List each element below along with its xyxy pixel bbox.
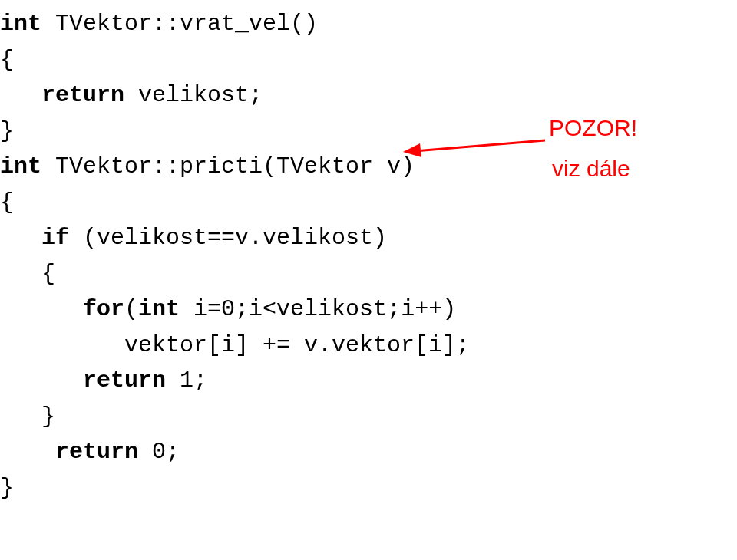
- code-text: [0, 367, 83, 394]
- code-text: [0, 296, 83, 322]
- code-text: 1;: [166, 367, 207, 394]
- code-block: int TVektor::vrat_vel() { return velikos…: [0, 6, 470, 506]
- code-line: {: [0, 47, 14, 73]
- code-text: 0;: [138, 439, 180, 465]
- keyword-int: int: [0, 11, 41, 37]
- code-text: [0, 225, 41, 251]
- annotation-callout: POZOR! viz dále: [549, 110, 637, 186]
- keyword-if: if: [41, 225, 69, 251]
- code-line: return 0;: [0, 439, 180, 465]
- code-line: }: [0, 404, 55, 430]
- code-line: return velikost;: [0, 82, 263, 108]
- code-text: i=0;i<velikost;i++): [180, 296, 456, 322]
- keyword-return: return: [55, 439, 138, 465]
- code-text: (: [124, 296, 138, 322]
- code-text: [0, 82, 41, 108]
- code-line: }: [0, 475, 14, 501]
- keyword-return: return: [41, 82, 124, 108]
- code-line: }: [0, 118, 14, 144]
- code-line: {: [0, 261, 55, 287]
- document-page: int TVektor::vrat_vel() { return velikos…: [0, 0, 737, 560]
- code-line: return 1;: [0, 367, 207, 394]
- keyword-int: int: [138, 296, 180, 322]
- code-text: TVektor::pricti(TVektor v): [41, 153, 415, 180]
- code-line: int TVektor::vrat_vel(): [0, 11, 318, 37]
- code-line: int TVektor::pricti(TVektor v): [0, 153, 415, 180]
- code-text: (velikost==v.velikost): [69, 225, 387, 251]
- keyword-return: return: [83, 367, 166, 394]
- code-text: [0, 439, 55, 465]
- code-line: vektor[i] += v.vektor[i];: [0, 332, 470, 358]
- code-line: if (velikost==v.velikost): [0, 225, 387, 251]
- annotation-line1: POZOR!: [549, 110, 637, 147]
- keyword-int: int: [0, 153, 41, 180]
- annotation-line2: viz dále: [552, 151, 637, 187]
- code-text: velikost;: [124, 82, 263, 108]
- code-line: for(int i=0;i<velikost;i++): [0, 296, 456, 322]
- code-text: TVektor::vrat_vel(): [41, 11, 318, 37]
- keyword-for: for: [83, 296, 124, 322]
- code-line: {: [0, 189, 14, 216]
